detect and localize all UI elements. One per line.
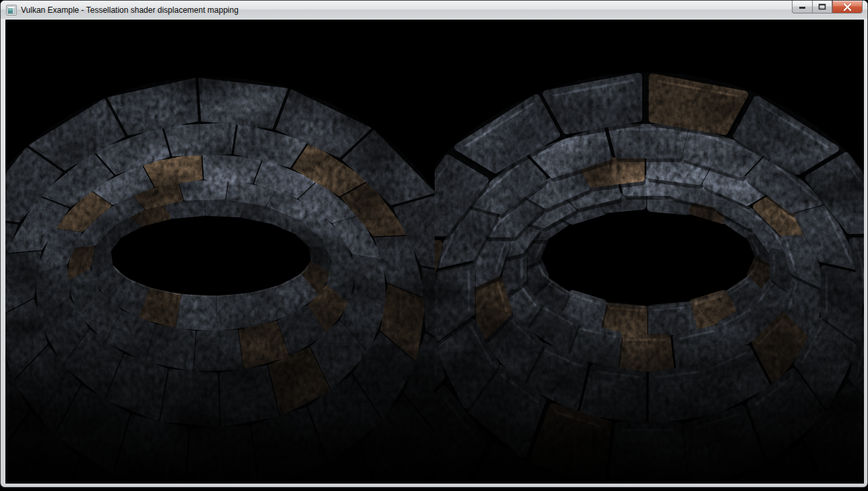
stone-block [147, 326, 195, 370]
close-icon [843, 3, 852, 11]
titlebar[interactable]: Vulkan Example - Tessellation shader dis… [1, 1, 867, 19]
stone-block [621, 338, 670, 368]
maximize-icon [818, 3, 826, 10]
maximize-button[interactable] [812, 1, 832, 13]
minimize-button[interactable] [792, 1, 812, 13]
stone-block [206, 199, 245, 216]
window-frame-bottom [1, 482, 867, 487]
app-icon [6, 5, 17, 16]
app-window: Vulkan Example - Tessellation shader dis… [0, 0, 868, 488]
stone-block [180, 181, 227, 200]
stone-block [164, 123, 235, 155]
window-controls [792, 1, 863, 13]
stone-block [218, 294, 257, 330]
minimize-icon [799, 4, 807, 10]
stone-block [195, 331, 242, 371]
stone-block [187, 427, 257, 484]
stone-block [612, 127, 685, 154]
close-button[interactable] [832, 1, 863, 13]
stone-block [177, 295, 216, 330]
render-area[interactable] [5, 20, 864, 484]
stone-block [220, 367, 278, 426]
stone-block [161, 370, 218, 426]
vulkan-render-surface [5, 20, 864, 484]
stone-block [612, 426, 685, 484]
window-title: Vulkan Example - Tessellation shader dis… [21, 5, 239, 15]
